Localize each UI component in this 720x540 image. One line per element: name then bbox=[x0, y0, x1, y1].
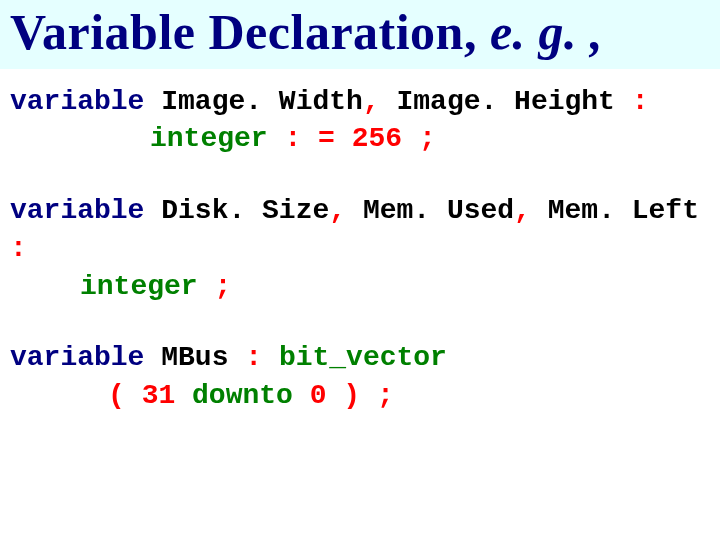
title-main: Variable Declaration, bbox=[10, 4, 490, 60]
code-block-2: variable Disk. Size, Mem. Used, Mem. Lef… bbox=[10, 192, 710, 305]
number-literal: 31 bbox=[142, 380, 176, 411]
identifier: Image. Width bbox=[161, 86, 363, 117]
paren-open: ( bbox=[108, 380, 125, 411]
keyword-variable: variable bbox=[10, 86, 144, 117]
code-line: variable Disk. Size, Mem. Used, Mem. Lef… bbox=[10, 192, 710, 268]
code-line: integer : = 256 ; bbox=[10, 120, 710, 158]
semicolon: ; bbox=[419, 123, 436, 154]
comma: , bbox=[329, 195, 363, 226]
keyword-bitvector: bit_vector bbox=[279, 342, 447, 373]
slide-title: Variable Declaration, e. g. , bbox=[10, 6, 710, 59]
colon: : bbox=[245, 342, 262, 373]
identifier: Disk. Size bbox=[161, 195, 329, 226]
code-line: ( 31 downto 0 ) ; bbox=[10, 377, 710, 415]
number-literal: 0 bbox=[310, 380, 327, 411]
code-block-3: variable MBus : bit_vector ( 31 downto 0… bbox=[10, 339, 710, 415]
identifier: Mem. Used bbox=[363, 195, 514, 226]
keyword-downto: downto bbox=[192, 380, 293, 411]
semicolon: ; bbox=[214, 271, 231, 302]
slide: Variable Declaration, e. g. , variable I… bbox=[0, 0, 720, 540]
identifier: Mem. Left bbox=[548, 195, 699, 226]
title-eg: e. g. , bbox=[490, 4, 603, 60]
code-line: variable Image. Width, Image. Height : bbox=[10, 83, 710, 121]
identifier: Image. Height bbox=[396, 86, 614, 117]
code-line: integer ; bbox=[10, 268, 710, 306]
paren-close: ) bbox=[343, 380, 360, 411]
code-block-1: variable Image. Width, Image. Height : i… bbox=[10, 83, 710, 159]
keyword-variable: variable bbox=[10, 342, 144, 373]
colon: : bbox=[10, 233, 27, 264]
keyword-integer: integer bbox=[80, 271, 198, 302]
assign: : = bbox=[284, 123, 334, 154]
keyword-integer: integer bbox=[150, 123, 268, 154]
title-band: Variable Declaration, e. g. , bbox=[0, 0, 720, 69]
identifier: MBus bbox=[161, 342, 228, 373]
number-literal: 256 bbox=[352, 123, 402, 154]
comma: , bbox=[363, 86, 397, 117]
comma: , bbox=[514, 195, 548, 226]
code-line: variable MBus : bit_vector bbox=[10, 339, 710, 377]
code-area: variable Image. Width, Image. Height : i… bbox=[0, 69, 720, 416]
keyword-variable: variable bbox=[10, 195, 144, 226]
colon: : bbox=[632, 86, 649, 117]
semicolon: ; bbox=[377, 380, 394, 411]
